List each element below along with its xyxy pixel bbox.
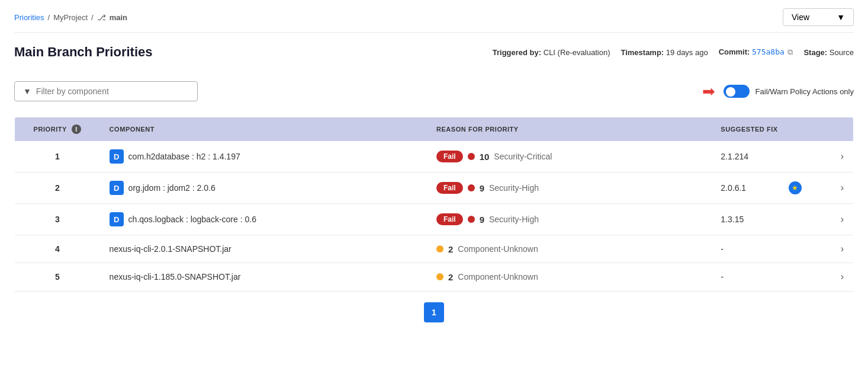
- table-row: 3Dch.qos.logback : logback-core : 0.6Fai…: [15, 204, 854, 235]
- row-chevron-icon[interactable]: ›: [841, 214, 844, 225]
- component-icon: D: [110, 149, 124, 164]
- th-reason: REASON FOR PRIORITY: [427, 117, 711, 142]
- page-container: Priorities / MyProject / ⎇ main View ▼ M…: [0, 0, 868, 390]
- fix-cell: -›: [711, 235, 853, 263]
- priority-cell: 5: [15, 263, 100, 291]
- reason-label: Component-Unknown: [458, 272, 538, 282]
- component-cell: Dch.qos.logback : logback-core : 0.6: [100, 204, 427, 235]
- fix-version: -: [721, 272, 724, 282]
- score-value: 9: [480, 183, 484, 193]
- toggle-label: Fail/Warn Policy Actions only: [756, 87, 854, 96]
- reason-label: Security-Critical: [494, 152, 552, 161]
- timestamp: Timestamp: 19 days ago: [621, 48, 708, 57]
- reason-cell: Fail9Security-High: [427, 204, 711, 235]
- component-name: nexus-iq-cli-1.185.0-SNAPSHOT.jar: [110, 272, 241, 282]
- breadcrumb: Priorities / MyProject / ⎇ main: [14, 13, 127, 22]
- reason-cell: Fail9Security-High: [427, 172, 711, 204]
- red-dot: [468, 153, 475, 160]
- toggle-section: ➡ Fail/Warn Policy Actions only: [702, 82, 854, 101]
- fix-version: -: [721, 244, 724, 254]
- component-name: org.jdom : jdom2 : 2.0.6: [128, 183, 216, 193]
- table-header-row: PRIORITY i COMPONENT REASON FOR PRIORITY…: [15, 117, 854, 142]
- component-cell: nexus-iq-cli-1.185.0-SNAPSHOT.jar: [100, 263, 427, 291]
- row-chevron-icon[interactable]: ›: [841, 271, 844, 282]
- pagination: 1: [14, 291, 854, 330]
- triggered-label: Triggered by:: [493, 48, 541, 57]
- row-chevron-icon[interactable]: ›: [841, 151, 844, 162]
- toggle-switch[interactable]: [724, 85, 750, 98]
- fix-version: 2.1.214: [721, 152, 748, 161]
- page-header: Main Branch Priorities Triggered by: CLI…: [14, 33, 854, 69]
- filter-input-wrap: ▼: [14, 81, 198, 101]
- red-dot: [468, 184, 475, 191]
- breadcrumb-branch: main: [110, 13, 127, 22]
- fix-cell: 2.1.214›: [711, 141, 853, 172]
- score-value: 10: [480, 152, 490, 162]
- reason-cell: 2Component-Unknown: [427, 235, 711, 263]
- chevron-down-icon: ▼: [837, 12, 845, 22]
- reason-cell: 2Component-Unknown: [427, 263, 711, 291]
- toggle-track: [724, 85, 750, 98]
- star-badge: ★: [789, 181, 802, 194]
- table-body: 1Dcom.h2database : h2 : 1.4.197Fail10Sec…: [15, 141, 854, 291]
- breadcrumb-sep1: /: [48, 13, 50, 22]
- component-name: ch.qos.logback : logback-core : 0.6: [128, 215, 256, 224]
- component-name: nexus-iq-cli-2.0.1-SNAPSHOT.jar: [110, 244, 232, 254]
- th-component: COMPONENT: [100, 117, 427, 142]
- breadcrumb-priorities[interactable]: Priorities: [14, 13, 44, 22]
- yellow-dot: [436, 245, 443, 252]
- priority-cell: 1: [15, 141, 100, 172]
- view-dropdown-button[interactable]: View ▼: [783, 8, 854, 26]
- priority-cell: 4: [15, 235, 100, 263]
- fix-cell: 2.0.6.1★›: [711, 172, 853, 204]
- reason-label: Security-High: [489, 215, 539, 224]
- priority-info-icon[interactable]: i: [72, 124, 81, 134]
- fix-version: 2.0.6.1: [721, 183, 746, 193]
- red-dot: [468, 216, 475, 223]
- th-priority: PRIORITY i: [15, 117, 100, 142]
- stage: Stage: Source: [803, 48, 854, 57]
- timestamp-label: Timestamp:: [621, 48, 664, 57]
- component-icon: D: [110, 181, 124, 195]
- yellow-dot: [436, 273, 443, 280]
- commit: Commit: 575a8ba ⧉: [719, 47, 793, 57]
- row-chevron-icon[interactable]: ›: [841, 183, 844, 193]
- stage-label: Stage:: [803, 48, 827, 57]
- component-cell: nexus-iq-cli-2.0.1-SNAPSHOT.jar: [100, 235, 427, 263]
- triggered-value: CLI (Re-evaluation): [544, 48, 610, 57]
- filter-row: ▼ ➡ Fail/Warn Policy Actions only: [14, 69, 854, 107]
- priority-cell: 2: [15, 172, 100, 204]
- copy-icon[interactable]: ⧉: [787, 47, 793, 56]
- row-chevron-icon[interactable]: ›: [841, 244, 844, 254]
- stage-value: Source: [830, 48, 854, 57]
- score-value: 2: [448, 272, 453, 282]
- table-row: 4nexus-iq-cli-2.0.1-SNAPSHOT.jar2Compone…: [15, 235, 854, 263]
- breadcrumb-sep2: /: [91, 13, 94, 22]
- commit-value: 575a8ba: [752, 47, 785, 56]
- filter-icon: ▼: [23, 87, 31, 96]
- th-fix: SUGGESTED FIX: [711, 117, 853, 142]
- triggered-by: Triggered by: CLI (Re-evaluation): [493, 48, 610, 57]
- score-value: 9: [480, 215, 484, 225]
- fix-version: 1.3.15: [721, 215, 744, 224]
- breadcrumb-project: MyProject: [53, 13, 88, 22]
- table-row: 2Dorg.jdom : jdom2 : 2.0.6Fail9Security-…: [15, 172, 854, 204]
- commit-label: Commit:: [719, 47, 750, 56]
- reason-label: Component-Unknown: [458, 244, 538, 254]
- fix-cell: -›: [711, 263, 853, 291]
- table-row: 1Dcom.h2database : h2 : 1.4.197Fail10Sec…: [15, 141, 854, 172]
- page-title: Main Branch Priorities: [14, 44, 153, 60]
- component-icon: D: [110, 212, 124, 226]
- reason-label: Security-High: [489, 183, 539, 193]
- page-1-button[interactable]: 1: [424, 302, 444, 322]
- table-row: 5nexus-iq-cli-1.185.0-SNAPSHOT.jar2Compo…: [15, 263, 854, 291]
- arrow-annotation: ➡: [702, 82, 715, 101]
- meta-info: Triggered by: CLI (Re-evaluation) Timest…: [493, 47, 854, 57]
- top-bar: Priorities / MyProject / ⎇ main View ▼: [14, 0, 854, 33]
- filter-input[interactable]: [36, 87, 189, 96]
- fail-badge: Fail: [436, 151, 463, 162]
- branch-icon: ⎇: [97, 13, 106, 22]
- component-cell: Dorg.jdom : jdom2 : 2.0.6: [100, 172, 427, 204]
- priorities-table: PRIORITY i COMPONENT REASON FOR PRIORITY…: [14, 117, 854, 291]
- fail-badge: Fail: [436, 213, 463, 225]
